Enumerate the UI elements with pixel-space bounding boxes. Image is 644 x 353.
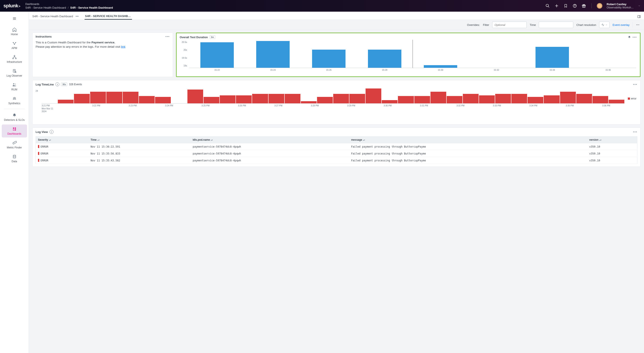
bar[interactable] (333, 94, 349, 103)
bar[interactable] (220, 95, 236, 103)
panel-menu-icon[interactable]: ••• (632, 36, 637, 39)
menu-toggle-icon[interactable] (10, 14, 19, 23)
sidebar-item-metric-finder[interactable]: Metric Finder (2, 138, 27, 151)
bar[interactable] (479, 95, 495, 103)
bar[interactable] (252, 94, 268, 103)
help-icon[interactable] (572, 4, 577, 8)
sidebar-item-log-observer[interactable]: Log Observer (2, 67, 27, 79)
sidebar-item-data[interactable]: Data (2, 152, 27, 165)
sidebar-item-infrastructure[interactable]: Infrastructure (2, 53, 27, 66)
bar-slot (580, 41, 636, 68)
bar[interactable] (544, 95, 560, 103)
x-tick: 3:27 PM (260, 104, 296, 107)
svg-line-26 (16, 73, 16, 73)
bar[interactable] (430, 92, 446, 103)
bookmark-icon[interactable] (563, 4, 568, 8)
bar[interactable] (268, 94, 284, 103)
bar[interactable] (90, 92, 106, 103)
bar[interactable] (204, 97, 219, 103)
bar[interactable] (368, 50, 401, 68)
bar[interactable] (576, 94, 592, 103)
table-row[interactable]: ERRORNov 11 15:35:56.833paymentservice-5… (36, 150, 637, 157)
avatar[interactable] (597, 3, 602, 9)
bar[interactable] (106, 92, 122, 103)
table-row[interactable]: ERRORNov 11 15:36:22.591paymentservice-5… (36, 143, 637, 150)
bar[interactable] (424, 65, 457, 68)
sidebar-item-home[interactable]: Home (2, 25, 27, 38)
filter-input[interactable] (492, 22, 527, 28)
bar[interactable] (592, 96, 608, 104)
info-icon[interactable]: i (50, 130, 54, 134)
bar[interactable] (155, 97, 171, 103)
event-overlay-link[interactable]: Event overlay (612, 23, 630, 27)
panel-menu-icon[interactable]: ••• (633, 130, 637, 134)
breadcrumb-section[interactable]: Dashboards (26, 3, 113, 6)
sidebar-item-detectors[interactable]: Detectors & SLOs (2, 111, 27, 124)
bar[interactable] (256, 41, 290, 68)
instructions-link[interactable]: link (121, 45, 125, 48)
sidebar-item-dashboards[interactable]: Dashboards (2, 125, 27, 137)
chevron-down-icon[interactable] (638, 5, 640, 7)
tab-dashboard-1[interactable]: S4R - Service Health Dashboard (32, 15, 74, 20)
bar[interactable] (58, 100, 74, 103)
bar[interactable] (350, 94, 365, 103)
breadcrumb-parent[interactable]: S4R - Service Health Dashboard (26, 6, 66, 9)
bar[interactable] (536, 47, 569, 68)
info-icon[interactable]: i (56, 82, 59, 86)
sidebar-item-apm[interactable]: APM (2, 39, 27, 52)
apm-icon (12, 41, 17, 46)
col-time[interactable]: Time▴▾ (88, 137, 190, 143)
bar[interactable] (285, 94, 300, 103)
col-message[interactable]: message▴▾ (349, 137, 587, 143)
bar[interactable] (495, 94, 511, 103)
overall-duration-chart[interactable]: 20.5s20s19.5s19s 15:2215:2415:2615:2815:… (180, 41, 637, 71)
bar[interactable] (188, 90, 203, 103)
user-menu[interactable]: Robert Castley Observability Worksh… (607, 3, 634, 9)
sidebar-item-rum[interactable]: RUM (2, 80, 27, 93)
chart-resolution-select[interactable] (599, 22, 610, 28)
bar[interactable] (447, 96, 462, 104)
search-icon[interactable] (545, 4, 550, 8)
cell-time: Nov 11 15:36:22.591 (88, 143, 190, 150)
bar[interactable] (463, 94, 478, 103)
bar[interactable] (414, 96, 430, 104)
bar[interactable] (511, 94, 527, 103)
panel-menu-icon[interactable]: ••• (633, 83, 637, 86)
x-tick: 3:29 PM (333, 104, 370, 107)
col-severity[interactable]: Severity▴▾ (36, 137, 88, 143)
plus-icon[interactable] (554, 4, 559, 8)
table-row[interactable]: ERRORNov 11 15:35:43.582paymentservice-5… (36, 157, 637, 164)
bar[interactable] (236, 95, 252, 103)
bar[interactable] (366, 89, 381, 103)
more-actions-icon[interactable] (632, 22, 640, 28)
bar[interactable] (123, 92, 138, 103)
cell-severity: ERROR (36, 143, 88, 150)
log-timeline-chart[interactable] (42, 89, 624, 104)
bar[interactable] (139, 96, 155, 104)
breadcrumb: Dashboards S4R - Service Health Dashboar… (26, 3, 113, 9)
bar[interactable] (301, 101, 316, 103)
x-tick: 3:22 PM (78, 104, 114, 107)
sidebar-item-synthetics[interactable]: Synthetics (2, 94, 27, 107)
bar[interactable] (528, 97, 543, 103)
tab-dashboard-2[interactable]: S4R - SERVICE HEALTH DASHBO… (84, 15, 132, 20)
bar[interactable] (609, 100, 624, 103)
gift-icon[interactable] (582, 4, 586, 8)
bar[interactable] (382, 100, 398, 103)
tab-more-icon[interactable]: ••• (76, 15, 79, 20)
panel-menu-icon[interactable]: ••• (166, 35, 170, 38)
bar[interactable] (398, 96, 414, 104)
col-pod[interactable]: k8s.pod.name▴▾ (190, 137, 349, 143)
bar[interactable] (560, 92, 576, 103)
col-version[interactable]: version▴▾ (587, 137, 637, 143)
panel-toggle-icon[interactable] (637, 15, 641, 20)
svg-line-15 (13, 43, 14, 44)
bar[interactable] (317, 97, 333, 103)
bar[interactable] (200, 42, 234, 68)
alert-bell-icon[interactable] (628, 36, 631, 39)
bar[interactable] (312, 50, 346, 68)
svg-point-30 (14, 98, 14, 99)
bar[interactable] (74, 94, 90, 103)
time-input[interactable] (539, 22, 573, 28)
logo[interactable]: splunk> (4, 3, 20, 9)
